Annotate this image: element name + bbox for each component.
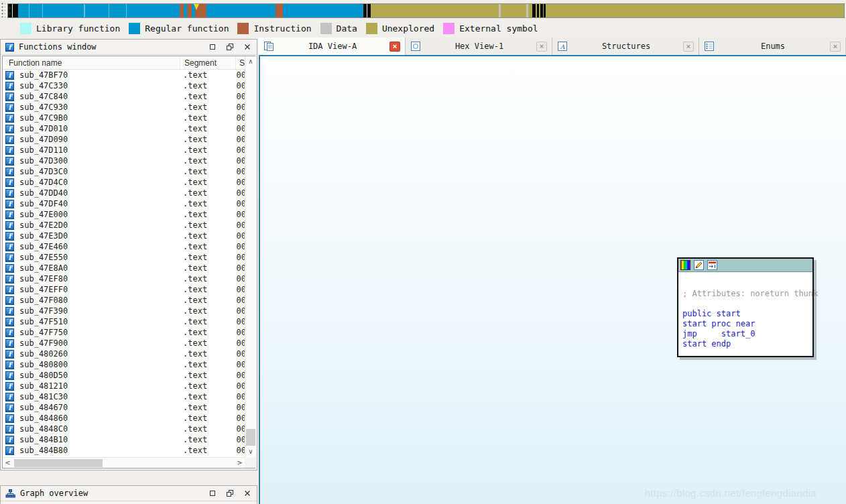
scroll-down-icon[interactable]: ∨ xyxy=(245,447,256,456)
function-name-cell[interactable]: sub_47BF70 xyxy=(19,70,183,80)
function-name-cell[interactable]: sub_47C330 xyxy=(19,81,183,90)
navigation-band[interactable] xyxy=(7,3,845,18)
function-name-cell[interactable]: sub_47E460 xyxy=(19,242,183,251)
function-row[interactable]: fsub_47F390.text00 xyxy=(3,306,245,316)
current-position-marker[interactable] xyxy=(194,4,199,10)
function-row[interactable]: fsub_47D110.text00 xyxy=(3,145,245,155)
close-icon[interactable] xyxy=(243,489,252,498)
function-row[interactable]: fsub_47D010.text00 xyxy=(3,123,245,134)
function-row[interactable]: fsub_47C330.text00 xyxy=(3,80,245,91)
function-name-cell[interactable]: sub_4848C0 xyxy=(19,424,183,434)
function-row[interactable]: fsub_484860.text00 xyxy=(3,413,245,424)
function-name-cell[interactable]: sub_47C9B0 xyxy=(19,113,183,123)
function-name-cell[interactable]: sub_47F390 xyxy=(19,306,183,316)
function-name-cell[interactable]: sub_481C30 xyxy=(19,392,183,401)
function-row[interactable]: fsub_47E460.text00 xyxy=(3,241,245,252)
horizontal-scrollbar[interactable]: < > xyxy=(3,457,245,468)
scroll-left-icon[interactable]: < xyxy=(3,460,13,466)
close-icon[interactable] xyxy=(243,42,252,52)
tab-close-icon[interactable]: × xyxy=(536,42,547,52)
function-row[interactable]: fsub_4848C0.text00 xyxy=(3,424,245,434)
function-name-cell[interactable]: sub_47F080 xyxy=(19,296,183,305)
function-name-cell[interactable]: sub_480260 xyxy=(19,349,183,359)
function-row[interactable]: fsub_47BF70.text00 xyxy=(3,70,245,80)
scroll-up-icon[interactable]: ∧ xyxy=(245,57,256,66)
function-row[interactable]: fsub_47E550.text00 xyxy=(3,252,245,263)
function-row[interactable]: fsub_484670.text00 xyxy=(3,402,245,413)
function-name-cell[interactable]: sub_484B10 xyxy=(19,435,183,444)
function-row[interactable]: fsub_47E000.text00 xyxy=(3,209,245,220)
function-name-cell[interactable]: sub_47D300 xyxy=(19,156,183,166)
function-name-cell[interactable]: sub_484B80 xyxy=(19,446,183,455)
function-name-cell[interactable]: sub_47E550 xyxy=(19,253,183,262)
function-row[interactable]: fsub_47C9B0.text00 xyxy=(3,113,245,123)
function-name-cell[interactable]: sub_47F900 xyxy=(19,338,183,348)
function-name-cell[interactable]: sub_47E000 xyxy=(19,210,183,219)
scroll-right-icon[interactable]: > xyxy=(235,460,245,466)
graph-node-start[interactable]: ; Attributes: noreturn thunkpublic start… xyxy=(677,257,814,357)
function-name-cell[interactable]: sub_47E3D0 xyxy=(19,231,183,241)
disassembly-line[interactable]: jmp start_0 xyxy=(682,329,808,339)
node-edit-icon[interactable] xyxy=(694,260,704,270)
function-row[interactable]: fsub_47EFF0.text00 xyxy=(3,284,245,295)
function-row[interactable]: fsub_47DF40.text00 xyxy=(3,198,245,209)
toolbar-grip[interactable] xyxy=(1,2,5,17)
tab-ida-view-a[interactable]: IDA View-A× xyxy=(259,38,406,55)
disassembly-line[interactable]: start proc near xyxy=(682,319,808,329)
maximize-icon[interactable] xyxy=(208,42,217,52)
tab-close-icon[interactable]: × xyxy=(683,42,694,52)
disassembly-line[interactable]: public start xyxy=(682,309,808,319)
function-row[interactable]: fsub_47F750.text00 xyxy=(3,327,245,338)
graph-overview-titlebar[interactable]: Graph overview xyxy=(1,486,257,501)
tab-hex-view-1[interactable]: Hex View-1× xyxy=(406,38,552,55)
function-row[interactable]: fsub_47C840.text00 xyxy=(3,91,245,102)
function-name-cell[interactable]: sub_480D50 xyxy=(19,371,183,380)
tab-structures[interactable]: AStructures× xyxy=(552,38,699,55)
column-header-start[interactable]: S xyxy=(236,56,245,69)
function-name-cell[interactable]: sub_47DF40 xyxy=(19,199,183,208)
function-name-cell[interactable]: sub_47D4C0 xyxy=(19,178,183,187)
disassembly-line[interactable] xyxy=(682,299,808,309)
function-name-cell[interactable]: sub_480800 xyxy=(19,360,183,369)
function-name-cell[interactable]: sub_47D110 xyxy=(19,145,183,155)
function-name-cell[interactable]: sub_484670 xyxy=(19,403,183,412)
function-name-cell[interactable]: sub_481210 xyxy=(19,381,183,391)
disassembly-line[interactable]: start endp xyxy=(682,339,808,349)
function-row[interactable]: fsub_484B80.text00 xyxy=(3,445,245,456)
column-header-segment[interactable]: Segment xyxy=(180,56,236,69)
function-row[interactable]: fsub_481C30.text00 xyxy=(3,391,245,402)
function-row[interactable]: fsub_47D300.text00 xyxy=(3,155,245,166)
function-row[interactable]: fsub_480800.text00 xyxy=(3,359,245,370)
functions-window-titlebar[interactable]: f Functions window xyxy=(1,40,257,55)
tab-enums[interactable]: Enums× xyxy=(699,38,846,55)
function-row[interactable]: fsub_47D3C0.text00 xyxy=(3,166,245,177)
function-row[interactable]: fsub_484B10.text00 xyxy=(3,434,245,445)
function-name-cell[interactable]: sub_47C840 xyxy=(19,92,183,101)
function-name-cell[interactable]: sub_47DD40 xyxy=(19,188,183,198)
disassembly-line[interactable]: ; Attributes: noreturn thunk xyxy=(682,289,808,299)
ida-view-canvas[interactable]: ; Attributes: noreturn thunkpublic start… xyxy=(259,55,846,504)
function-row[interactable]: fsub_480260.text00 xyxy=(3,349,245,359)
function-name-cell[interactable]: sub_47F510 xyxy=(19,317,183,326)
vertical-scrollbar[interactable]: ∧ ∨ xyxy=(245,56,256,457)
tab-close-icon[interactable]: × xyxy=(830,42,841,52)
function-row[interactable]: fsub_47E8A0.text00 xyxy=(3,263,245,273)
function-row[interactable]: fsub_47F080.text00 xyxy=(3,295,245,306)
function-row[interactable]: fsub_47DD40.text00 xyxy=(3,188,245,198)
function-name-cell[interactable]: sub_47F750 xyxy=(19,328,183,337)
vertical-scroll-thumb[interactable] xyxy=(246,429,255,446)
function-name-cell[interactable]: sub_47C930 xyxy=(19,103,183,112)
tab-close-icon[interactable]: × xyxy=(389,42,400,52)
function-name-cell[interactable]: sub_47E2D0 xyxy=(19,220,183,230)
function-row[interactable]: fsub_47C930.text00 xyxy=(3,102,245,113)
function-row[interactable]: fsub_47D4C0.text00 xyxy=(3,177,245,188)
function-name-cell[interactable]: sub_47D090 xyxy=(19,135,183,144)
float-icon[interactable] xyxy=(225,489,235,498)
graph-node-titlebar[interactable] xyxy=(678,259,812,272)
function-name-cell[interactable]: sub_47E8A0 xyxy=(19,263,183,273)
float-icon[interactable] xyxy=(225,42,235,52)
function-name-cell[interactable]: sub_47EF80 xyxy=(19,274,183,284)
maximize-icon[interactable] xyxy=(208,489,217,498)
function-name-cell[interactable]: sub_47EFF0 xyxy=(19,285,183,294)
function-name-cell[interactable]: sub_484860 xyxy=(19,414,183,423)
